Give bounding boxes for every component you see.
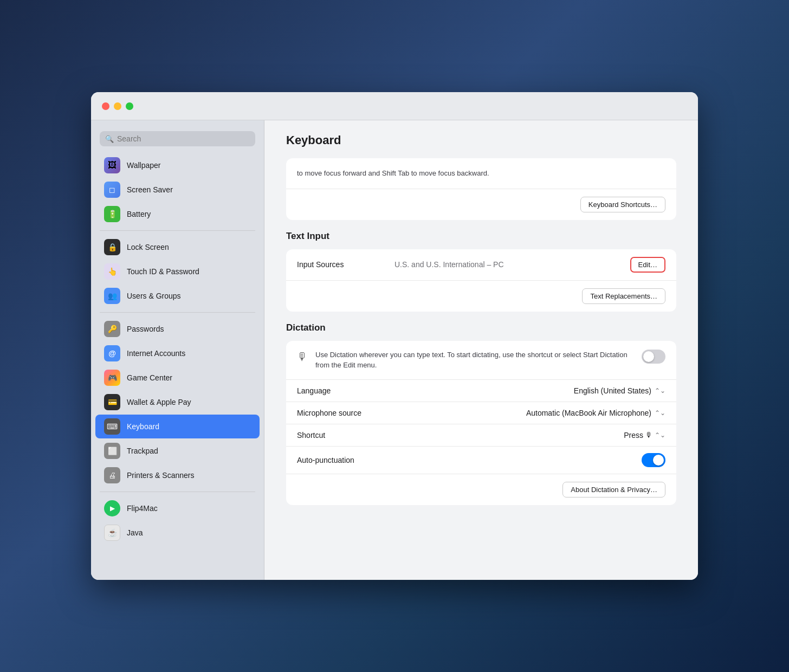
sidebar-item-label: Trackpad — [127, 447, 158, 455]
sidebar-item-wallet[interactable]: 💳 Wallet & Apple Pay — [95, 390, 260, 414]
sidebar-item-label: Keyboard — [127, 422, 159, 431]
shortcut-row: Shortcut Press 🎙 ⌃⌄ — [286, 424, 676, 447]
sidebar-item-wallpaper[interactable]: 🖼 Wallpaper — [95, 153, 260, 177]
sidebar-item-users[interactable]: 👥 Users & Groups — [95, 284, 260, 308]
about-button-row: About Dictation & Privacy… — [286, 474, 676, 505]
sidebar-item-gamecenter[interactable]: 🎮 Game Center — [95, 366, 260, 390]
text-input-section: Text Input Input Sources U.S. and U.S. I… — [286, 231, 676, 312]
touchid-icon: 👆 — [104, 263, 120, 280]
microphone-control[interactable]: Automatic (MacBook Air Microphone) ⌃⌄ — [526, 409, 665, 417]
sidebar-item-label: Flip4Mac — [127, 504, 158, 513]
auto-punctuation-toggle-knob — [653, 455, 664, 466]
maximize-button[interactable] — [126, 102, 133, 110]
main-window: 🔍 🖼 Wallpaper ◻ Screen Saver 🔋 Battery 🔒 — [91, 92, 698, 580]
about-dictation-button[interactable]: About Dictation & Privacy… — [562, 482, 665, 497]
traffic-lights — [102, 102, 133, 110]
lockscreen-icon: 🔒 — [104, 239, 120, 255]
sidebar-separator-3 — [100, 492, 255, 492]
keyboard-shortcuts-button[interactable]: Keyboard Shortcuts… — [580, 197, 665, 212]
language-control[interactable]: English (United States) ⌃⌄ — [574, 386, 665, 395]
shortcut-control[interactable]: Press 🎙 ⌃⌄ — [624, 431, 665, 440]
sidebar-item-touchid[interactable]: 👆 Touch ID & Password — [95, 260, 260, 283]
dictation-toggle-knob — [643, 351, 654, 362]
sidebar-item-keyboard[interactable]: ⌨ Keyboard — [95, 415, 260, 438]
dictation-toggle[interactable] — [642, 350, 665, 364]
sidebar-item-label: Users & Groups — [127, 292, 181, 300]
sidebar-item-lockscreen[interactable]: 🔒 Lock Screen — [95, 235, 260, 259]
screensaver-icon: ◻ — [104, 182, 120, 198]
keyboard-shortcuts-button-row: Keyboard Shortcuts… — [286, 189, 676, 220]
dictation-description: Use Dictation wherever you can type text… — [315, 350, 634, 371]
microphone-value: Automatic (MacBook Air Microphone) — [526, 409, 651, 417]
content-area: Keyboard to move focus forward and Shift… — [264, 120, 698, 580]
passwords-icon: 🔑 — [104, 321, 120, 337]
keyboard-shortcuts-section: to move focus forward and Shift Tab to m… — [286, 158, 676, 220]
wallpaper-icon: 🖼 — [104, 157, 120, 173]
sidebar-item-screensaver[interactable]: ◻ Screen Saver — [95, 178, 260, 202]
battery-icon: 🔋 — [104, 206, 120, 222]
shortcut-press-text: Press — [624, 431, 643, 440]
microphone-icon: 🎙 — [297, 351, 308, 363]
shortcut-label: Shortcut — [297, 431, 405, 440]
close-button[interactable] — [102, 102, 109, 110]
wallet-icon: 💳 — [104, 394, 120, 410]
sidebar-item-label: Screen Saver — [127, 185, 173, 194]
minimize-button[interactable] — [114, 102, 121, 110]
sidebar-item-trackpad[interactable]: ⬜ Trackpad — [95, 439, 260, 463]
auto-punctuation-row: Auto-punctuation — [286, 447, 676, 474]
sidebar-item-label: Printers & Scanners — [127, 471, 195, 480]
trackpad-icon: ⬜ — [104, 443, 120, 459]
sidebar-item-printers[interactable]: 🖨 Printers & Scanners — [95, 463, 260, 487]
text-replacements-button-row: Text Replacements… — [286, 281, 676, 312]
text-input-box: Input Sources U.S. and U.S. Internationa… — [286, 249, 676, 312]
keyboard-shortcuts-box: to move focus forward and Shift Tab to m… — [286, 158, 676, 220]
auto-punctuation-toggle-track[interactable] — [642, 453, 665, 467]
dictation-box: 🎙 Use Dictation wherever you can type te… — [286, 341, 676, 505]
java-icon: ☕ — [104, 525, 120, 541]
language-stepper-icon: ⌃⌄ — [655, 387, 665, 395]
microphone-stepper-icon: ⌃⌄ — [655, 409, 665, 417]
sidebar: 🔍 🖼 Wallpaper ◻ Screen Saver 🔋 Battery 🔒 — [91, 120, 264, 580]
text-replacements-button[interactable]: Text Replacements… — [582, 288, 665, 304]
dictation-toggle-track[interactable] — [642, 350, 665, 364]
input-sources-row: Input Sources U.S. and U.S. Internationa… — [286, 249, 676, 281]
main-content: 🔍 🖼 Wallpaper ◻ Screen Saver 🔋 Battery 🔒 — [91, 120, 698, 580]
page-title: Keyboard — [286, 133, 676, 147]
search-input[interactable] — [117, 134, 250, 143]
printers-icon: 🖨 — [104, 467, 120, 483]
sidebar-item-java[interactable]: ☕ Java — [95, 521, 260, 545]
sidebar-item-label: Wallpaper — [127, 161, 161, 170]
language-label: Language — [297, 386, 405, 395]
sidebar-item-label: Game Center — [127, 373, 172, 382]
sidebar-item-internet[interactable]: @ Internet Accounts — [95, 341, 260, 365]
sidebar-item-flip4mac[interactable]: ▶ Flip4Mac — [95, 496, 260, 520]
sidebar-separator-1 — [100, 230, 255, 231]
users-icon: 👥 — [104, 288, 120, 304]
sidebar-item-label: Wallet & Apple Pay — [127, 398, 191, 406]
internet-icon: @ — [104, 345, 120, 361]
auto-punctuation-label: Auto-punctuation — [297, 456, 642, 464]
edit-button[interactable]: Edit… — [630, 257, 665, 273]
sidebar-item-battery[interactable]: 🔋 Battery — [95, 202, 260, 226]
input-sources-value: U.S. and U.S. International – PC — [394, 260, 630, 269]
sidebar-item-label: Lock Screen — [127, 243, 169, 251]
search-icon: 🔍 — [105, 135, 114, 143]
sidebar-item-passwords[interactable]: 🔑 Passwords — [95, 317, 260, 341]
search-container: 🔍 — [91, 127, 264, 153]
sidebar-item-label: Passwords — [127, 325, 164, 333]
sidebar-item-label: Java — [127, 528, 143, 537]
gamecenter-icon: 🎮 — [104, 370, 120, 386]
search-box[interactable]: 🔍 — [100, 131, 255, 146]
sidebar-item-label: Touch ID & Password — [127, 267, 199, 276]
input-sources-label: Input Sources — [297, 260, 394, 269]
keyboard-description: to move focus forward and Shift Tab to m… — [286, 158, 676, 189]
microphone-label: Microphone source — [297, 409, 405, 417]
language-value: English (United States) — [574, 386, 651, 395]
flip4mac-icon: ▶ — [104, 500, 120, 516]
language-row: Language English (United States) ⌃⌄ — [286, 380, 676, 402]
sidebar-item-label: Internet Accounts — [127, 349, 185, 358]
sidebar-item-label: Battery — [127, 210, 151, 218]
dictation-section: Dictation 🎙 Use Dictation wherever you c… — [286, 322, 676, 505]
auto-punctuation-toggle[interactable] — [642, 453, 665, 467]
keyboard-icon: ⌨ — [104, 418, 120, 435]
